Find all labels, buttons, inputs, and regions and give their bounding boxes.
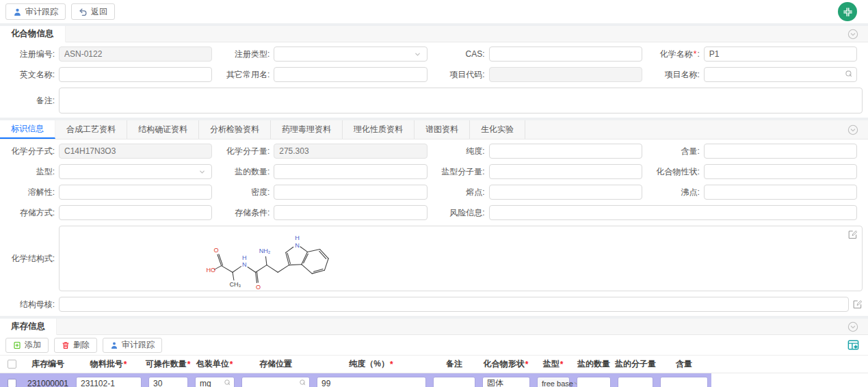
field-storage-condition: 存储条件:: [218, 205, 432, 220]
boiling-point-input[interactable]: [704, 185, 857, 200]
field-en-name: 英文名称:: [3, 67, 218, 82]
mol-weight-label: 化学分子量:: [218, 146, 274, 157]
inventory-section-title: 库存信息: [0, 319, 57, 335]
select-all-checkbox[interactable]: [8, 360, 16, 369]
qty-input[interactable]: [148, 377, 188, 387]
cas-input[interactable]: [489, 46, 642, 62]
reg-no-label: 注册编号:: [3, 49, 59, 60]
reg-type-label: 注册类型:: [218, 49, 274, 60]
collapse-compound-button[interactable]: [847, 29, 858, 40]
chem-name-input[interactable]: [704, 46, 857, 62]
tab-biochem[interactable]: 生化实验: [470, 120, 525, 139]
field-content: 含量:: [648, 144, 863, 159]
chemical-structure-canvas[interactable]: HO O N H O CH₃ NH₂ N H: [59, 226, 863, 291]
storage-condition-input[interactable]: [274, 205, 427, 220]
risk-info-input[interactable]: [489, 205, 858, 220]
inventory-table-header: 库存编号 物料批号* 可操作数量* 包装单位* 存储位置 纯度（%）* 备注 化…: [0, 356, 868, 373]
storage-method-label: 存储方式:: [3, 207, 59, 219]
tab-analysis[interactable]: 分析检验资料: [199, 120, 271, 139]
edit-structure-icon[interactable]: [848, 230, 858, 239]
content-row-input[interactable]: [660, 377, 708, 387]
collapse-details-button[interactable]: [847, 124, 858, 135]
en-name-label: 英文名称:: [3, 69, 59, 81]
core-structure-input[interactable]: [59, 297, 849, 312]
undo-arrow-icon: [79, 8, 88, 16]
salt-type-label: 盐型:: [3, 166, 59, 178]
tab-structure-confirm[interactable]: 结构确证资料: [127, 120, 199, 139]
content-label: 含量:: [648, 146, 704, 157]
project-name-input[interactable]: [704, 67, 857, 82]
cas-label: CAS:: [433, 49, 489, 59]
inventory-table-row[interactable]: 231000001 free base: [0, 373, 711, 387]
field-solubility: 溶解性:: [3, 185, 218, 200]
salt-count-row-input[interactable]: [577, 377, 611, 387]
project-code-label: 项目代码:: [433, 69, 489, 81]
purity-row-input[interactable]: [317, 377, 426, 387]
field-mol-weight: 化学分子量:: [218, 144, 432, 159]
batch-no-input[interactable]: [76, 377, 142, 387]
field-melting-point: 熔点:: [433, 185, 648, 200]
field-chem-name: 化学名称*:: [648, 46, 863, 62]
formula-input: [59, 144, 212, 159]
appearance-label: 化合物性状:: [648, 166, 704, 178]
col-salt-type: 盐型*: [534, 358, 573, 370]
col-remark: 备注: [430, 358, 479, 370]
melting-point-label: 熔点:: [433, 187, 489, 198]
chem-name-label: 化学名称*:: [648, 49, 704, 60]
col-stock-no: 库存编号: [23, 358, 73, 370]
reg-no-input: [59, 46, 212, 62]
tab-spectra[interactable]: 谱图资料: [415, 120, 470, 139]
melting-point-input[interactable]: [489, 185, 642, 200]
top-toolbar: 审计跟踪 返回: [0, 0, 868, 23]
table-settings-icon[interactable]: [847, 338, 860, 351]
storage-method-input[interactable]: [59, 205, 212, 220]
search-select-icon[interactable]: [224, 379, 232, 387]
salt-count-input[interactable]: [274, 164, 427, 179]
purity-input[interactable]: [489, 144, 642, 159]
svg-text:N: N: [295, 242, 300, 249]
form-input[interactable]: [482, 377, 530, 387]
tab-physchem[interactable]: 理化性质资料: [343, 120, 415, 139]
content-input[interactable]: [704, 144, 857, 159]
audit-trail-button[interactable]: 审计跟踪: [5, 3, 66, 20]
svg-text:CH₃: CH₃: [229, 281, 241, 288]
storage-condition-label: 存储条件:: [218, 207, 274, 219]
remark-textarea[interactable]: [59, 88, 863, 114]
compound-section-title: 化合物信息: [0, 26, 66, 42]
en-name-input[interactable]: [59, 67, 212, 82]
salt-mw-input[interactable]: [489, 164, 642, 179]
density-input[interactable]: [274, 185, 427, 200]
delete-row-button[interactable]: 删除: [54, 338, 97, 353]
edit-core-structure-icon[interactable]: [853, 299, 863, 309]
salt-count-label: 盐的数量:: [218, 166, 274, 178]
inventory-audit-button[interactable]: 审计跟踪: [103, 338, 162, 353]
collapse-inventory-button[interactable]: [847, 321, 858, 332]
other-name-input[interactable]: [274, 67, 427, 82]
remark-row-input[interactable]: [433, 377, 475, 387]
row-checkbox[interactable]: [8, 379, 16, 387]
tab-pharm-tox[interactable]: 药理毒理资料: [271, 120, 343, 139]
back-button[interactable]: 返回: [71, 3, 115, 20]
audit-person-icon: [13, 8, 22, 16]
salt-type-select[interactable]: [59, 164, 212, 179]
solubility-input[interactable]: [59, 185, 212, 200]
field-core-structure: 结构母核:: [3, 297, 863, 312]
other-name-label: 其它常用名:: [218, 69, 274, 81]
appearance-input[interactable]: [704, 164, 857, 179]
tab-synthesis[interactable]: 合成工艺资料: [55, 120, 127, 139]
compress-screen-button[interactable]: [838, 2, 857, 21]
reg-type-select[interactable]: [274, 46, 427, 62]
search-select-icon[interactable]: [299, 379, 307, 387]
svg-text:H: H: [295, 235, 300, 241]
add-row-button[interactable]: 添加: [5, 338, 49, 353]
search-select-icon[interactable]: [845, 70, 854, 79]
svg-text:O: O: [256, 284, 261, 291]
chemical-structure-drawing: HO O N H O CH₃ NH₂ N H: [200, 226, 364, 292]
col-salt-count: 盐的数量: [573, 358, 614, 370]
col-content: 含量: [657, 358, 711, 370]
tab-identity[interactable]: 标识信息: [0, 120, 55, 139]
salt-type-row-select[interactable]: free base: [537, 377, 570, 387]
salt-mw-row-input[interactable]: [618, 377, 653, 387]
compound-info-card: 化合物信息 注册编号: 注册类型: CAS: 化学名称*:: [0, 26, 868, 118]
field-project-code: 项目代码:: [433, 67, 648, 82]
